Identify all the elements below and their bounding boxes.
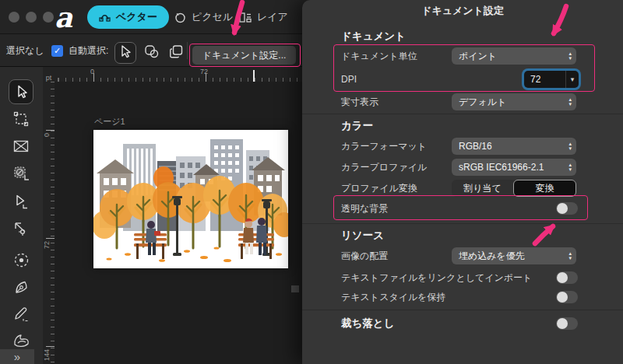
dialog-title: ドキュメント設定 <box>302 4 623 18</box>
color-format-label: カラーフォーマット <box>341 138 427 155</box>
color-format-select[interactable]: RGB/16 ▴▾ <box>452 138 576 155</box>
image-placement-label: 画像の配置 <box>341 247 388 264</box>
section-color: カラー <box>341 119 373 133</box>
duplicate-icon <box>169 44 183 61</box>
node-tool[interactable] <box>9 189 33 214</box>
toggle-knob <box>557 292 568 303</box>
vector-crop-tool[interactable] <box>9 134 33 159</box>
window-zoom-icon[interactable] <box>43 12 54 23</box>
section-bleed: 裁ち落とし <box>341 317 394 331</box>
profile-conversion-label: プロファイル変換 <box>341 180 417 197</box>
transparent-bg-toggle[interactable] <box>556 202 578 215</box>
image-placement-value: 埋め込みを優先 <box>459 250 525 261</box>
chevron-down-icon[interactable]: ▾ <box>565 71 579 88</box>
chevron-updown-icon: ▴▾ <box>568 93 572 110</box>
pencil-tool-icon <box>13 306 29 321</box>
point-transform-tool[interactable] <box>9 247 33 272</box>
marquee-selection-tool[interactable] <box>9 161 33 186</box>
units-value: ポイント <box>459 51 497 61</box>
ruler-tick-label: 0 <box>43 133 51 137</box>
corner-tool[interactable] <box>9 216 33 241</box>
page-label[interactable]: ページ1 <box>94 116 125 128</box>
divider <box>302 223 623 224</box>
color-format-value: RGB/16 <box>459 141 492 152</box>
ruler-tick-label: 144 <box>43 349 51 361</box>
dpi-value: 72 <box>530 74 540 85</box>
ruler-cursor-marker <box>253 70 255 82</box>
lasso-shapes-icon <box>144 44 160 61</box>
ruler-major-tick <box>46 346 55 347</box>
ruler-tick-label: 72 <box>43 241 51 249</box>
window-minimize-icon[interactable] <box>26 12 37 23</box>
move-tool[interactable] <box>9 79 33 104</box>
pencil-tool[interactable] <box>9 301 33 326</box>
keep-text-styles-label: テキストスタイルを保持 <box>341 289 446 306</box>
persona-label: ベクター <box>116 10 157 24</box>
chevron-updown-icon: ▴▾ <box>568 159 572 176</box>
profile-conversion-segment: 割り当て 変換 <box>452 180 576 197</box>
tab-pixel-persona[interactable]: ピクセル <box>174 5 233 29</box>
fallen-leaves <box>107 247 283 262</box>
color-profile-select[interactable]: sRGB IEC61966-2.1 ▴▾ <box>452 159 576 176</box>
view-value: デフォルト <box>459 96 506 107</box>
pixel-persona-icon <box>174 12 186 23</box>
node-tool-icon <box>14 194 28 209</box>
persona-label: レイア <box>257 10 288 24</box>
assign-button[interactable]: 割り当て <box>452 180 513 197</box>
toggle-knob <box>557 272 568 283</box>
view-select[interactable]: デフォルト ▴▾ <box>452 93 576 110</box>
divider <box>302 310 623 310</box>
artboard-tool[interactable] <box>9 107 33 131</box>
section-resources: リソース <box>341 229 384 243</box>
marquee-selection-tool-icon <box>13 166 30 182</box>
document-setup-button[interactable]: ドキュメント設定... <box>192 46 296 65</box>
ruler-major-tick <box>46 130 55 131</box>
import-text-link-label: テキストファイルをリンクとしてインポート <box>341 269 532 286</box>
chevron-updown-icon: ▴▾ <box>568 138 572 155</box>
transparent-bg-label: 透明な背景 <box>341 200 388 217</box>
auto-select-checkbox[interactable]: ✓ <box>51 45 63 57</box>
cursor-mode-button[interactable] <box>114 42 136 64</box>
autumn-park-illustration <box>93 130 288 268</box>
artboard-page1[interactable] <box>93 130 288 268</box>
view-label: 実寸表示 <box>341 93 378 110</box>
persona-label: ピクセル <box>192 10 233 24</box>
auto-select-label: 自動選択: <box>69 34 108 67</box>
import-text-link-toggle[interactable] <box>556 271 578 284</box>
chevron-updown-icon: ▴▾ <box>568 47 572 65</box>
pen-tool[interactable] <box>9 275 33 299</box>
section-document: ドキュメント <box>341 30 406 44</box>
tab-vector-persona[interactable]: ベクター <box>87 5 169 29</box>
vector-persona-icon <box>99 12 111 23</box>
scrollbar-nub[interactable] <box>291 285 299 292</box>
bleed-toggle[interactable] <box>556 317 578 330</box>
keep-text-styles-toggle[interactable] <box>556 291 578 303</box>
vector-brush-tool-icon <box>13 334 30 348</box>
window-close-icon[interactable] <box>9 12 19 23</box>
units-select[interactable]: ポイント ▴▾ <box>452 47 576 65</box>
expand-tools-button[interactable]: » <box>0 349 34 364</box>
units-label: ドキュメント単位 <box>341 47 417 65</box>
vertical-ruler: 0 72 144 <box>43 82 55 364</box>
chevron-updown-icon: ▴▾ <box>568 247 572 264</box>
image-placement-select[interactable]: 埋め込みを優先 ▴▾ <box>452 247 576 264</box>
corner-tool-icon <box>14 222 29 236</box>
cursor-icon <box>119 45 132 61</box>
color-profile-label: カラープロファイル <box>341 159 427 176</box>
move-tool-icon <box>15 85 28 99</box>
toggle-knob <box>557 318 568 329</box>
tab-layout-persona[interactable]: レイア <box>239 5 288 29</box>
affinity-logo: a <box>55 1 72 33</box>
ruler-major-tick <box>46 238 55 239</box>
check-icon: ✓ <box>54 46 61 56</box>
duplicate-button[interactable] <box>165 42 187 64</box>
vector-crop-tool-icon <box>13 140 29 152</box>
divider <box>302 114 623 114</box>
pen-tool-icon <box>14 280 29 295</box>
point-transform-tool-icon <box>13 252 30 268</box>
convert-button[interactable]: 変換 <box>513 180 576 197</box>
dpi-input[interactable]: 72 ▾ <box>524 71 579 88</box>
select-object-button[interactable] <box>141 42 163 64</box>
ruler-ticks <box>51 82 55 364</box>
app-window: a ベクター ピクセル レイア 選択なし ✓ 自動選択: <box>0 0 623 364</box>
